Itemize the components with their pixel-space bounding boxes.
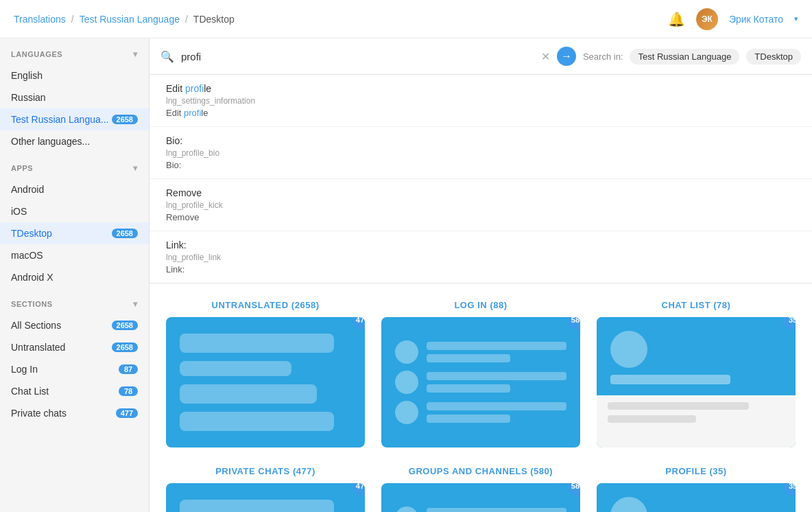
sections-section-header[interactable]: SECTIONS ▾ xyxy=(0,288,149,314)
profile-body-vis xyxy=(597,395,796,447)
section-card-login[interactable]: LOG IN (88) xyxy=(381,300,580,450)
result-value: Link: xyxy=(166,264,796,275)
groups-lines xyxy=(427,508,566,512)
sidebar-item-label: All Sections xyxy=(11,320,61,331)
sidebar-item-test-russian[interactable]: Test Russian Langua... 2658 xyxy=(0,108,149,130)
clear-search-icon[interactable]: ✕ xyxy=(541,50,550,63)
search-in-label: Search in: xyxy=(583,51,623,62)
groups-line xyxy=(427,372,566,380)
sidebar-item-other-languages[interactable]: Other languages... xyxy=(0,130,149,152)
sidebar-badge-untranslated: 2658 xyxy=(112,342,138,352)
card-visual-wrapper: 477 xyxy=(166,317,365,447)
sidebar-badge-log-in: 87 xyxy=(119,364,138,374)
card-visual-wrapper: 35 xyxy=(597,317,796,447)
result-key: lng_profile_link xyxy=(166,253,796,262)
profile-header-vis xyxy=(597,483,796,512)
groups-line xyxy=(427,402,566,410)
card-visual-wrapper: 580 xyxy=(381,483,580,512)
search-result-edit-profile[interactable]: Edit profile lng_settings_information Ed… xyxy=(150,75,812,127)
search-result-link[interactable]: Link: lng_profile_link Link: xyxy=(150,231,812,283)
result-value: Bio: xyxy=(166,160,796,170)
sidebar-item-ios[interactable]: iOS xyxy=(0,200,149,222)
search-result-bio[interactable]: Bio: lng_profile_bio Bio: xyxy=(150,127,812,179)
sidebar-badge-all-sections: 2658 xyxy=(112,321,138,330)
breadcrumb-sep-2: / xyxy=(185,14,188,25)
search-bar-wrapper: 🔍 ✕ → Search in: Test Russian Language T… xyxy=(150,38,812,283)
groups-row xyxy=(395,340,566,364)
main-layout: LANGUAGES ▾ English Russian Test Russian… xyxy=(0,38,812,512)
apps-section-header[interactable]: APPS ▾ xyxy=(0,152,149,178)
search-chip-test-russian[interactable]: Test Russian Language xyxy=(630,49,739,65)
sidebar-item-chat-list[interactable]: Chat List 78 xyxy=(0,380,149,402)
groups-lines xyxy=(427,372,566,393)
result-highlight: profi xyxy=(185,83,204,94)
user-name[interactable]: Эрик Котато xyxy=(729,14,783,25)
sidebar-item-label: Private chats xyxy=(11,408,67,419)
groups-illustration xyxy=(381,317,580,447)
sidebar-item-english[interactable]: English xyxy=(0,65,149,86)
section-card-profile[interactable]: PROFILE (35) xyxy=(597,466,796,512)
sidebar-item-label: Untranslated xyxy=(11,342,65,353)
sidebar-badge-tdesktop: 2658 xyxy=(112,229,138,238)
card-visual: 35 xyxy=(597,317,796,447)
sidebar-item-macos[interactable]: macOS xyxy=(0,244,149,266)
result-key: lng_profile_bio xyxy=(166,148,796,158)
result-value: Remove xyxy=(166,212,796,222)
bell-icon[interactable]: 🔔 xyxy=(668,11,685,27)
chat-illustration xyxy=(166,483,365,512)
groups-line xyxy=(427,342,566,350)
breadcrumb-translations[interactable]: Translations xyxy=(14,14,66,25)
search-input[interactable] xyxy=(181,51,534,62)
chat-bubble xyxy=(180,334,334,353)
sidebar-item-android[interactable]: Android xyxy=(0,178,149,200)
result-title: Remove xyxy=(166,187,796,198)
groups-line xyxy=(427,415,510,423)
sidebar-item-tdesktop[interactable]: TDesktop 2658 xyxy=(0,222,149,244)
card-visual-wrapper: 35 xyxy=(597,483,796,512)
sidebar-item-android-x[interactable]: Android X xyxy=(0,266,149,288)
top-nav-right: 🔔 ЭК Эрик Котато ▾ xyxy=(668,8,798,30)
top-nav: Translations / Test Russian Language / T… xyxy=(0,0,812,38)
result-value-highlight: profi xyxy=(184,108,201,118)
sidebar-item-all-sections[interactable]: All Sections 2658 xyxy=(0,314,149,336)
card-visual-wrapper: 477 xyxy=(166,483,365,512)
card-visual: 35 xyxy=(597,483,796,512)
breadcrumb: Translations / Test Russian Language / T… xyxy=(14,14,668,25)
card-visual: 477 xyxy=(166,483,365,512)
chat-illustration xyxy=(166,317,365,447)
chevron-down-icon: ▾ xyxy=(794,14,798,23)
card-visual-wrapper: 580 xyxy=(381,317,580,447)
groups-line xyxy=(427,508,566,512)
search-go-button[interactable]: → xyxy=(557,47,576,66)
section-card-title: CHAT LIST (78) xyxy=(597,300,796,310)
sidebar-item-untranslated[interactable]: Untranslated 2658 xyxy=(0,336,149,358)
section-card-groups[interactable]: GROUPS AND CHANNELS (580) xyxy=(381,466,580,512)
section-card-title: PROFILE (35) xyxy=(597,466,796,476)
section-card-chat-list[interactable]: CHAT LIST (78) xyxy=(597,300,796,450)
groups-avatar xyxy=(395,371,418,394)
groups-avatar xyxy=(395,401,418,424)
search-icon: 🔍 xyxy=(160,50,174,63)
languages-section-header[interactable]: LANGUAGES ▾ xyxy=(0,38,149,65)
sidebar-item-russian[interactable]: Russian xyxy=(0,86,149,108)
breadcrumb-test-russian[interactable]: Test Russian Language xyxy=(80,14,180,25)
content-area: 🔍 ✕ → Search in: Test Russian Language T… xyxy=(150,38,812,512)
profile-avatar-big xyxy=(610,331,647,368)
groups-line xyxy=(427,384,510,393)
groups-avatar xyxy=(395,507,418,512)
sidebar-item-label: English xyxy=(11,70,43,81)
search-dropdown: Edit profile lng_settings_information Ed… xyxy=(150,75,812,283)
section-card-untranslated[interactable]: UNTRANSLATED (2658) 477 xyxy=(166,300,365,450)
sidebar-item-label: Android X xyxy=(11,272,53,283)
section-card-private-chats[interactable]: PRIVATE CHATS (477) 477 xyxy=(166,466,365,512)
groups-lines xyxy=(427,402,566,423)
section-card-title: PRIVATE CHATS (477) xyxy=(166,466,365,476)
search-result-remove[interactable]: Remove lng_profile_kick Remove xyxy=(150,179,812,231)
sidebar-item-label: iOS xyxy=(11,206,27,217)
search-chip-tdesktop[interactable]: TDesktop xyxy=(746,49,801,65)
chat-bubble xyxy=(180,361,291,376)
card-visual: 477 xyxy=(166,317,365,447)
sidebar-item-log-in[interactable]: Log In 87 xyxy=(0,358,149,380)
sidebar-item-private-chats[interactable]: Private chats 477 xyxy=(0,402,149,424)
apps-label: APPS xyxy=(11,164,33,172)
